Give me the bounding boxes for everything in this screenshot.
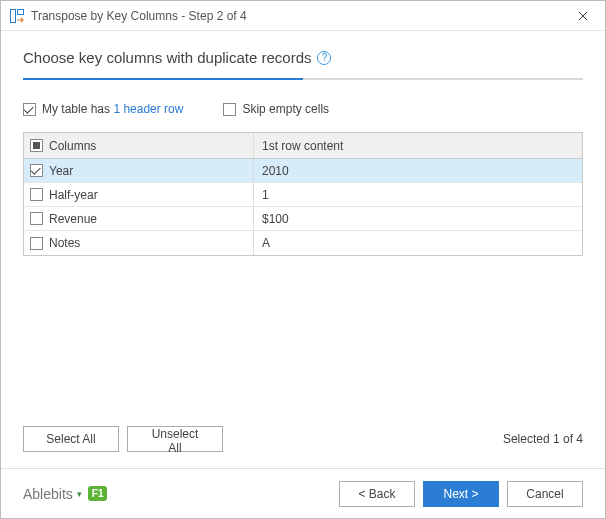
col-header-columns: Columns [49, 139, 96, 153]
row-content: A [262, 236, 270, 250]
next-button[interactable]: Next > [423, 481, 499, 507]
header-row-link[interactable]: 1 header row [113, 102, 183, 116]
heading-text: Choose key columns with duplicate record… [23, 49, 311, 66]
cancel-button[interactable]: Cancel [507, 481, 583, 507]
row-checkbox[interactable] [30, 164, 43, 177]
chevron-down-icon: ▾ [77, 489, 82, 499]
footer: Ablebits ▾ F1 < Back Next > Cancel [1, 468, 605, 518]
skip-empty-label: Skip empty cells [242, 102, 329, 116]
table-row[interactable]: NotesA [24, 231, 582, 255]
help-icon[interactable]: ? [317, 51, 331, 65]
skip-empty-checkbox[interactable]: Skip empty cells [223, 102, 329, 116]
brand-link[interactable]: Ablebits ▾ [23, 486, 82, 502]
content-area: Choose key columns with duplicate record… [1, 31, 605, 468]
table-row[interactable]: Revenue$100 [24, 207, 582, 231]
row-content: 1 [262, 188, 269, 202]
header-row-checkbox[interactable]: My table has 1 header row [23, 102, 183, 116]
row-checkbox[interactable] [30, 212, 43, 225]
window-title: Transpose by Key Columns - Step 2 of 4 [31, 9, 247, 23]
row-content: $100 [262, 212, 289, 226]
svg-rect-0 [11, 9, 16, 22]
header-row-prefix: My table has [42, 102, 113, 116]
help-f1-button[interactable]: F1 [88, 486, 108, 501]
row-content: 2010 [262, 164, 289, 178]
checkbox-icon [23, 103, 36, 116]
close-button[interactable] [561, 1, 605, 31]
col-header-content: 1st row content [262, 139, 343, 153]
row-column-name: Half-year [49, 188, 98, 202]
svg-rect-1 [18, 9, 24, 14]
step-heading: Choose key columns with duplicate record… [23, 49, 583, 66]
back-button[interactable]: < Back [339, 481, 415, 507]
select-all-rows-checkbox[interactable] [30, 139, 43, 152]
row-column-name: Revenue [49, 212, 97, 226]
table-row[interactable]: Half-year1 [24, 183, 582, 207]
table-header: Columns 1st row content [24, 133, 582, 159]
titlebar: Transpose by Key Columns - Step 2 of 4 [1, 1, 605, 31]
progress-bar [23, 78, 583, 80]
close-icon [578, 11, 588, 21]
row-checkbox[interactable] [30, 237, 43, 250]
table-row[interactable]: Year2010 [24, 159, 582, 183]
checkbox-icon [223, 103, 236, 116]
app-icon [9, 8, 25, 24]
row-checkbox[interactable] [30, 188, 43, 201]
row-column-name: Year [49, 164, 73, 178]
select-all-button[interactable]: Select All [23, 426, 119, 452]
row-column-name: Notes [49, 236, 80, 250]
unselect-all-button[interactable]: Unselect All [127, 426, 223, 452]
progress-fill [23, 78, 303, 80]
options-row: My table has 1 header row Skip empty cel… [23, 102, 583, 116]
wizard-buttons: < Back Next > Cancel [339, 481, 583, 507]
brand-text: Ablebits [23, 486, 73, 502]
selection-status: Selected 1 of 4 [503, 432, 583, 446]
columns-table: Columns 1st row content Year2010Half-yea… [23, 132, 583, 256]
selection-controls: Select All Unselect All Selected 1 of 4 [23, 416, 583, 452]
